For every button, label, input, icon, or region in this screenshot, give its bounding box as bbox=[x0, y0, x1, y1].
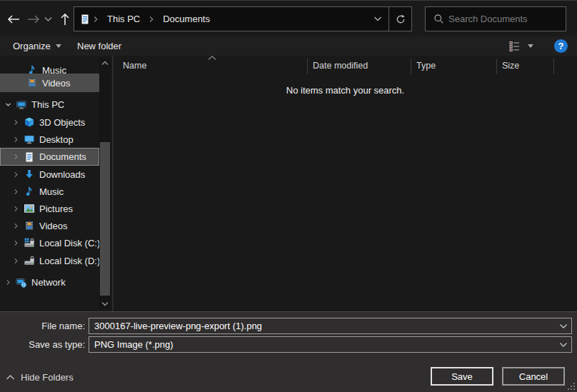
expand-toggle[interactable] bbox=[11, 237, 21, 248]
search-box[interactable] bbox=[425, 6, 566, 31]
hide-folders-label: Hide Folders bbox=[21, 372, 74, 383]
expand-toggle[interactable] bbox=[11, 203, 21, 214]
sidebar-item-music[interactable]: Music bbox=[0, 183, 99, 200]
chevron-collapsed-icon bbox=[12, 239, 20, 247]
view-options-dropdown[interactable] bbox=[528, 36, 533, 56]
column-header-type[interactable]: Type bbox=[416, 61, 436, 71]
save-button[interactable]: Save bbox=[431, 367, 493, 386]
resize-grip[interactable] bbox=[568, 383, 576, 391]
sidebar-item-label: Documents bbox=[39, 151, 86, 162]
up-button[interactable] bbox=[56, 10, 74, 29]
cancel-button[interactable]: Cancel bbox=[502, 367, 565, 386]
address-bar-controls bbox=[367, 7, 411, 31]
breadcrumb-separator-icon bbox=[91, 14, 101, 24]
refresh-icon bbox=[395, 14, 406, 25]
sidebar-item-videos-library[interactable]: Videos bbox=[0, 74, 99, 92]
sidebar-item-label: Network bbox=[31, 277, 66, 288]
chevron-up-icon bbox=[101, 61, 109, 66]
scroll-up-button[interactable] bbox=[99, 58, 111, 69]
expand-toggle[interactable] bbox=[3, 99, 14, 111]
expand-toggle[interactable] bbox=[11, 169, 21, 180]
music-icon bbox=[24, 186, 35, 197]
file-name-label: File name: bbox=[0, 321, 85, 331]
desktop-icon bbox=[24, 134, 35, 145]
sidebar-item-3d-objects[interactable]: 3D Objects bbox=[0, 114, 99, 131]
chevron-down-icon bbox=[101, 301, 109, 306]
expand-toggle[interactable] bbox=[11, 220, 21, 231]
sidebar-item-desktop[interactable]: Desktop bbox=[0, 131, 99, 148]
column-header-name[interactable]: Name bbox=[123, 61, 146, 71]
sidebar-item-pictures[interactable]: Pictures bbox=[0, 200, 99, 217]
navigation-toolbar: This PC Documents bbox=[0, 1, 577, 36]
chevron-collapsed-icon bbox=[12, 119, 20, 126]
sidebar-item-label: Local Disk (D:) bbox=[39, 256, 100, 266]
file-name-field[interactable] bbox=[89, 318, 572, 334]
sidebar-item-label: Videos bbox=[42, 78, 71, 89]
column-header-date-modified[interactable]: Date modified bbox=[313, 61, 368, 71]
videos-icon bbox=[26, 77, 38, 89]
sidebar-item-label: This PC bbox=[31, 99, 64, 110]
organize-label: Organize bbox=[13, 41, 51, 51]
back-button[interactable] bbox=[4, 10, 23, 29]
search-input[interactable] bbox=[444, 14, 577, 24]
sidebar-item-label: Local Disk (C:) bbox=[39, 238, 100, 248]
expand-toggle[interactable] bbox=[3, 277, 14, 288]
sidebar-item-label: Desktop bbox=[39, 134, 74, 145]
videos-icon bbox=[24, 220, 35, 231]
sidebar-item-downloads[interactable]: Downloads bbox=[0, 166, 99, 183]
expand-toggle[interactable] bbox=[11, 151, 21, 163]
save-dialog-footer: File name: Save as type: PNG Image (*.pn… bbox=[0, 311, 577, 392]
3d-objects-icon bbox=[24, 116, 35, 128]
chevron-collapsed-icon bbox=[12, 205, 20, 213]
save-as-type-label: Save as type: bbox=[0, 339, 85, 350]
refresh-button[interactable] bbox=[389, 7, 411, 31]
navigation-pane: Music Videos This PC bbox=[0, 56, 112, 311]
chevron-up-icon bbox=[6, 374, 15, 381]
sidebar-item-network[interactable]: Network bbox=[0, 273, 99, 291]
breadcrumb-documents[interactable]: Documents bbox=[156, 14, 216, 24]
network-icon bbox=[16, 277, 27, 288]
sort-ascending-icon bbox=[207, 55, 217, 61]
disk-icon bbox=[24, 255, 35, 266]
sidebar-item-documents[interactable]: Documents bbox=[0, 148, 99, 166]
chevron-collapsed-icon bbox=[12, 171, 20, 179]
hide-folders-button[interactable]: Hide Folders bbox=[6, 372, 74, 383]
sidebar-scrollbar[interactable] bbox=[99, 58, 111, 309]
dropdown-caret-icon bbox=[528, 44, 533, 48]
breadcrumb-this-pc[interactable]: This PC bbox=[101, 14, 146, 24]
sidebar-item-local-disk-c[interactable]: Local Disk (C:) bbox=[0, 234, 99, 251]
column-divider[interactable] bbox=[411, 59, 411, 74]
scroll-down-button[interactable] bbox=[99, 298, 111, 309]
change-view-button[interactable] bbox=[508, 36, 521, 56]
address-dropdown-button[interactable] bbox=[367, 7, 388, 31]
expand-toggle[interactable] bbox=[11, 186, 21, 197]
chevron-collapsed-icon bbox=[12, 153, 20, 161]
sidebar-item-local-disk-d[interactable]: Local Disk (D:) bbox=[0, 252, 99, 269]
sidebar-item-label: 3D Objects bbox=[39, 117, 85, 128]
recent-locations-button[interactable] bbox=[41, 10, 54, 29]
new-folder-button[interactable]: New folder bbox=[77, 36, 121, 56]
column-divider[interactable] bbox=[496, 59, 497, 74]
organize-menu-button[interactable]: Organize bbox=[13, 36, 61, 56]
column-header-size[interactable]: Size bbox=[502, 61, 519, 71]
save-dialog: This PC Documents bbox=[0, 0, 577, 392]
help-button[interactable]: ? bbox=[554, 39, 568, 53]
sidebar-item-this-pc[interactable]: This PC bbox=[0, 96, 99, 114]
save-as-type-select[interactable]: PNG Image (*.png) bbox=[89, 336, 572, 353]
expand-toggle[interactable] bbox=[11, 134, 21, 145]
expand-toggle[interactable] bbox=[11, 255, 21, 266]
column-divider[interactable] bbox=[553, 59, 554, 74]
column-divider[interactable] bbox=[307, 59, 308, 74]
address-bar[interactable]: This PC Documents bbox=[74, 6, 412, 31]
scrollbar-thumb[interactable] bbox=[100, 142, 110, 296]
expand-toggle[interactable] bbox=[11, 116, 21, 128]
chevron-collapsed-icon bbox=[12, 257, 20, 265]
computer-icon bbox=[16, 99, 27, 111]
file-name-input[interactable] bbox=[89, 321, 558, 331]
chevron-collapsed-icon bbox=[12, 222, 20, 230]
chevron-expanded-icon bbox=[4, 101, 12, 109]
forward-button[interactable] bbox=[24, 10, 43, 29]
file-list-area: Name Date modified Type Size No items ma… bbox=[114, 56, 577, 311]
documents-folder-icon bbox=[79, 14, 91, 25]
sidebar-item-videos[interactable]: Videos bbox=[0, 217, 99, 234]
